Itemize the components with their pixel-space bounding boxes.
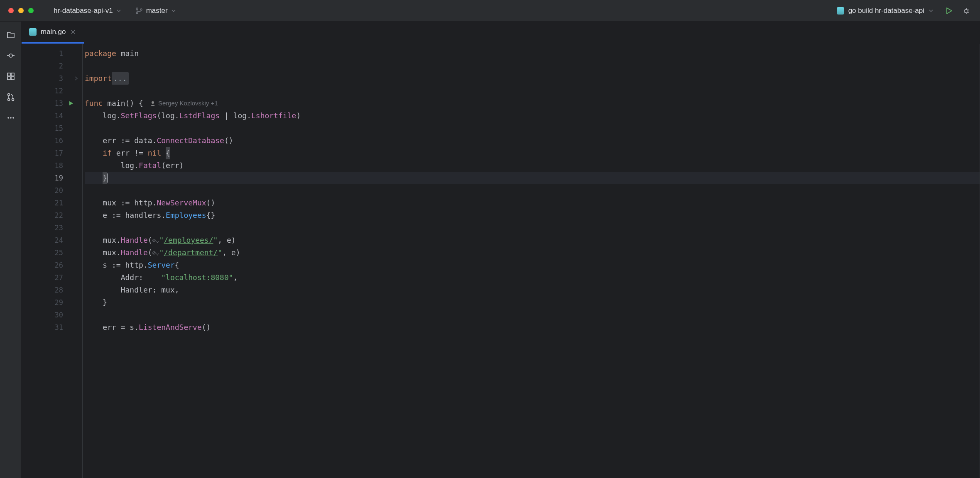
pull-request-tool-button[interactable] xyxy=(2,89,19,105)
gutter-line[interactable]: 21 xyxy=(22,197,82,209)
code-line[interactable] xyxy=(85,85,980,97)
gutter-line[interactable]: 29 xyxy=(22,296,82,309)
more-tools-button[interactable] xyxy=(2,110,19,126)
gutter: 1231213141516171819202122232425262728293… xyxy=(22,44,83,478)
code-line[interactable]: Addr: "localhost:8080", xyxy=(85,271,980,284)
code-line[interactable]: mux.Handle(⊘⌄"/department/", e) xyxy=(85,246,980,259)
gutter-line[interactable]: 12 xyxy=(22,85,82,97)
code-line[interactable]: } xyxy=(85,296,980,309)
branch-name: master xyxy=(146,7,168,15)
debug-button[interactable] xyxy=(961,5,972,16)
minimize-window-button[interactable] xyxy=(18,8,24,13)
gutter-line[interactable]: 13 xyxy=(22,97,82,110)
svg-point-15 xyxy=(10,117,12,119)
gutter-line[interactable]: 1 xyxy=(22,47,82,60)
svg-point-16 xyxy=(12,117,14,119)
gutter-line[interactable]: 17 xyxy=(22,147,82,159)
svg-point-11 xyxy=(7,94,10,96)
code-line[interactable]: func main() {Sergey Kozlovskiy +1 xyxy=(85,97,980,110)
gutter-line[interactable]: 18 xyxy=(22,159,82,172)
gutter-line[interactable]: 19 xyxy=(22,172,82,184)
code-line[interactable]: err := data.ConnectDatabase() xyxy=(85,134,980,147)
svg-rect-7 xyxy=(7,73,10,76)
code-line[interactable]: mux := http.NewServeMux() xyxy=(85,197,980,209)
topbar: hr-database-api-v1 master go build hr-da… xyxy=(0,0,980,22)
svg-point-2 xyxy=(140,9,142,10)
project-name: hr-database-api-v1 xyxy=(54,7,113,15)
fold-chevron-icon[interactable] xyxy=(74,76,79,81)
code-line[interactable] xyxy=(85,309,980,321)
close-tab-button[interactable] xyxy=(70,29,76,35)
code-line[interactable] xyxy=(85,184,980,197)
gutter-line[interactable]: 31 xyxy=(22,321,82,334)
code-line[interactable]: mux.Handle(⊘⌄"/employees/", e) xyxy=(85,234,980,246)
gutter-line[interactable]: 14 xyxy=(22,110,82,122)
tab-label: main.go xyxy=(41,28,66,36)
svg-rect-8 xyxy=(11,73,14,76)
code-line[interactable] xyxy=(85,60,980,72)
svg-point-13 xyxy=(12,99,14,101)
gutter-line[interactable]: 30 xyxy=(22,309,82,321)
svg-point-3 xyxy=(965,9,968,12)
code-line[interactable]: if err != nil { xyxy=(85,147,980,159)
gutter-line[interactable]: 15 xyxy=(22,122,82,134)
gutter-line[interactable]: 16 xyxy=(22,134,82,147)
code-line[interactable]: package main xyxy=(85,47,980,60)
code-line[interactable]: log.Fatal(err) xyxy=(85,159,980,172)
gutter-line[interactable]: 27 xyxy=(22,271,82,284)
gutter-line[interactable]: 22 xyxy=(22,209,82,222)
project-selector[interactable]: hr-database-api-v1 xyxy=(50,5,125,17)
svg-point-14 xyxy=(7,117,9,119)
svg-point-4 xyxy=(9,54,12,57)
code-line[interactable]: import ... xyxy=(85,72,980,85)
svg-point-17 xyxy=(152,101,154,104)
go-file-icon xyxy=(29,28,37,36)
code-line[interactable] xyxy=(85,122,980,134)
tab-bar: main.go xyxy=(22,22,980,44)
project-tool-button[interactable] xyxy=(2,27,19,43)
code-line[interactable]: log.SetFlags(log.LstdFlags | log.Lshortf… xyxy=(85,110,980,122)
branch-selector[interactable]: master xyxy=(132,5,179,17)
structure-tool-button[interactable] xyxy=(2,68,19,85)
git-branch-icon xyxy=(135,7,143,15)
code-line[interactable]: } xyxy=(85,172,980,184)
gutter-line[interactable]: 3 xyxy=(22,72,82,85)
chevron-down-icon xyxy=(929,8,933,13)
chevron-down-icon xyxy=(116,8,121,13)
svg-rect-9 xyxy=(7,77,10,80)
svg-point-0 xyxy=(136,8,138,10)
code-body[interactable]: package mainimport ...func main() {Serge… xyxy=(83,44,980,478)
window-controls xyxy=(8,8,34,13)
tab-main-go[interactable]: main.go xyxy=(22,22,84,44)
code-line[interactable]: Handler: mux, xyxy=(85,284,980,296)
gutter-line[interactable]: 20 xyxy=(22,184,82,197)
maximize-window-button[interactable] xyxy=(28,8,34,13)
run-config-selector[interactable]: go build hr-database-api xyxy=(833,5,937,17)
gutter-line[interactable]: 2 xyxy=(22,60,82,72)
code-editor[interactable]: 1231213141516171819202122232425262728293… xyxy=(22,44,980,478)
code-line[interactable] xyxy=(85,222,980,234)
svg-point-1 xyxy=(136,12,138,14)
run-gutter-icon[interactable] xyxy=(68,100,74,106)
sidebar xyxy=(0,22,22,478)
code-line[interactable]: s := http.Server{ xyxy=(85,259,980,271)
commit-tool-button[interactable] xyxy=(2,47,19,64)
code-line[interactable]: err = s.ListenAndServe() xyxy=(85,321,980,334)
gutter-line[interactable]: 24 xyxy=(22,234,82,246)
run-config-name: go build hr-database-api xyxy=(848,7,924,15)
close-window-button[interactable] xyxy=(8,8,14,13)
gutter-line[interactable]: 23 xyxy=(22,222,82,234)
editor-area: main.go 12312131415161718192021222324252… xyxy=(22,22,980,478)
gutter-line[interactable]: 26 xyxy=(22,259,82,271)
svg-point-12 xyxy=(7,99,10,101)
run-button[interactable] xyxy=(943,5,954,16)
svg-rect-10 xyxy=(11,77,14,80)
go-icon xyxy=(837,7,844,15)
code-line[interactable]: e := handlers.Employees{} xyxy=(85,209,980,222)
chevron-down-icon xyxy=(171,8,176,13)
gutter-line[interactable]: 28 xyxy=(22,284,82,296)
gutter-line[interactable]: 25 xyxy=(22,246,82,259)
